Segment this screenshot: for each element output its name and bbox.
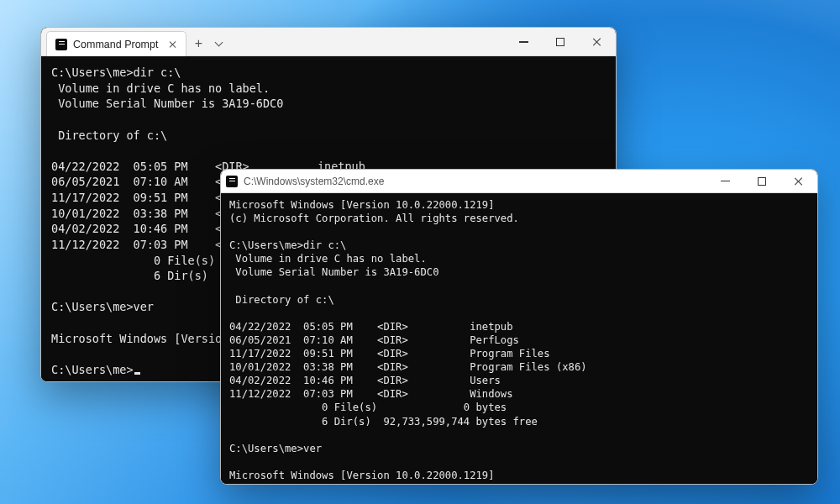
chevron-down-icon — [214, 38, 223, 46]
minimize-button[interactable] — [505, 28, 542, 56]
minimize-icon — [721, 181, 730, 181]
tab-command-prompt[interactable]: Command Prompt — [46, 31, 186, 56]
maximize-icon — [556, 38, 564, 46]
cmd-icon — [226, 176, 238, 187]
maximize-button[interactable] — [542, 28, 579, 56]
close-button[interactable] — [780, 170, 817, 193]
minimize-button[interactable] — [706, 170, 743, 193]
titlebar-drag-area[interactable] — [227, 28, 505, 55]
cursor — [134, 372, 140, 375]
maximize-icon — [758, 177, 766, 186]
tab-dropdown-button[interactable] — [210, 31, 227, 55]
minimize-icon — [519, 41, 528, 42]
window-title: C:\Windows\system32\cmd.exe — [244, 176, 384, 187]
tab-close-button[interactable] — [169, 40, 177, 49]
close-button[interactable] — [579, 28, 616, 56]
window-cmd: C:\Windows\system32\cmd.exe Microsoft Wi… — [220, 169, 818, 485]
maximize-button[interactable] — [743, 170, 780, 193]
cmd-icon — [55, 39, 67, 50]
new-tab-button[interactable]: + — [186, 31, 210, 55]
terminal-output[interactable]: Microsoft Windows [Version 10.0.22000.12… — [221, 193, 817, 485]
titlebar[interactable]: C:\Windows\system32\cmd.exe — [221, 170, 817, 193]
titlebar[interactable]: Command Prompt + — [41, 28, 616, 56]
close-icon — [592, 37, 602, 47]
tab-title: Command Prompt — [73, 39, 158, 50]
close-icon — [794, 176, 804, 186]
